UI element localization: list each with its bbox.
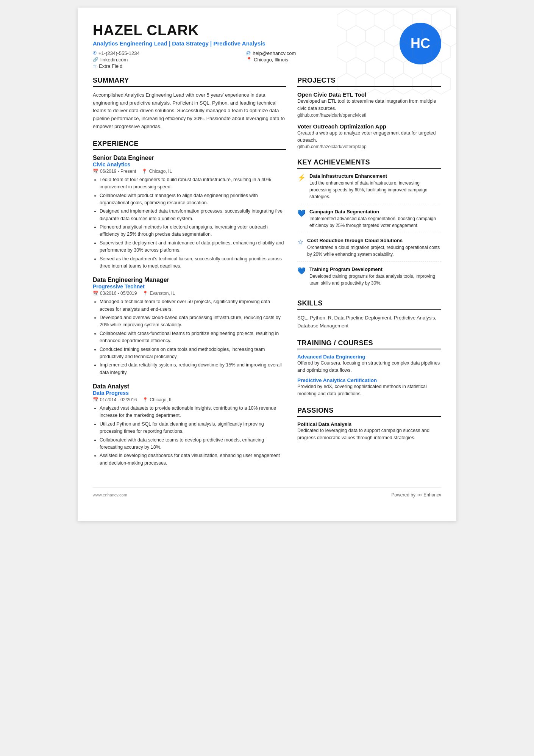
achievement-title: Campaign Data Segmentation [309, 209, 441, 214]
left-column: SUMMARY Accomplished Analytics Engineeri… [93, 77, 286, 476]
achievement-icon: ☆ [297, 238, 303, 258]
achievement-content: Campaign Data Segmentation Implemented a… [309, 209, 441, 229]
bullet-list: Analyzed vast datasets to provide action… [93, 405, 286, 467]
bullet-list: Led a team of four engineers to build ro… [93, 176, 286, 270]
main-content: SUMMARY Accomplished Analytics Engineeri… [93, 77, 441, 476]
bullet-list: Managed a technical team to deliver over… [93, 298, 286, 376]
footer: www.enhancv.com Powered by ∞ Enhancv [93, 487, 441, 498]
email-icon: @ [246, 50, 251, 56]
svg-marker-25 [375, 73, 394, 94]
svg-marker-12 [337, 41, 356, 63]
job-item: Data Engineering Manager Progressive Tec… [93, 277, 286, 376]
course-text: Offered by Coursera, focusing on structu… [297, 360, 441, 374]
passions-heading: PASSIONS [297, 407, 441, 417]
course-item: Advanced Data Engineering Offered by Cou… [297, 354, 441, 374]
job-location: 📍 Chicago, IL [142, 169, 172, 174]
svg-marker-19 [365, 57, 384, 78]
passions-container: Political Data Analysis Dedicated to lev… [297, 421, 441, 441]
project-item: Voter Outreach Optimization App Created … [297, 123, 441, 150]
job-date: 📅 03/2016 - 05/2019 [93, 291, 137, 296]
jobs-container: Senior Data Engineer Civic Analytics 📅 0… [93, 155, 286, 467]
achievement-item: 💙 Campaign Data Segmentation Implemented… [297, 209, 441, 233]
svg-marker-22 [422, 57, 441, 78]
course-item: Predictive Analytics Certification Provi… [297, 377, 441, 398]
summary-text: Accomplished Analytics Engineering Lead … [93, 91, 286, 131]
svg-marker-8 [384, 25, 403, 47]
svg-marker-1 [356, 9, 375, 31]
svg-marker-27 [413, 73, 432, 94]
achievement-text: Implemented advanced data segmentation, … [309, 215, 441, 229]
course-text: Provided by edX, covering sophisticated … [297, 383, 441, 398]
svg-marker-15 [394, 41, 413, 63]
achievement-title: Data Infrastructure Enhancement [309, 173, 441, 179]
job-title: Data Engineering Manager [93, 277, 286, 283]
company-name: Civic Analytics [93, 161, 286, 167]
extra-field-contact: ☆ Extra Field [93, 63, 239, 69]
svg-marker-28 [432, 73, 451, 94]
location-pin-icon: 📍 [142, 397, 148, 402]
achievements-section: KEY ACHIEVEMENTS ⚡ Data Infrastructure E… [297, 158, 441, 290]
brand-name: Enhancv [423, 492, 441, 498]
job-meta: 📅 01/2014 - 02/2016 📍 Chicago, IL [93, 397, 286, 402]
achievement-text: Orchestrated a cloud migration project, … [307, 244, 441, 258]
job-title: Data Analyst [93, 383, 286, 390]
star-icon: ☆ [93, 63, 97, 69]
resume-page: HAZEL CLARK Analytics Engineering Lead |… [78, 8, 456, 521]
job-item: Senior Data Engineer Civic Analytics 📅 0… [93, 155, 286, 270]
job-meta: 📅 06/2019 - Present 📍 Chicago, IL [93, 169, 286, 174]
bullet-item: Implemented data reliability systems, re… [100, 362, 286, 376]
svg-marker-21 [403, 57, 422, 78]
svg-marker-24 [356, 73, 375, 94]
achievement-content: Data Infrastructure Enhancement Led the … [309, 173, 441, 200]
phone-number: +1-(234)-555-1234 [98, 50, 140, 56]
svg-marker-7 [365, 25, 384, 47]
achievements-heading: KEY ACHIEVEMENTS [297, 158, 441, 169]
bullet-item: Developed and oversaw cloud-based data p… [100, 314, 286, 329]
experience-section: EXPERIENCE Senior Data Engineer Civic An… [93, 140, 286, 467]
summary-heading: SUMMARY [93, 77, 286, 87]
bullet-item: Designed and implemented data transforma… [100, 208, 286, 222]
location-icon: 📍 [246, 57, 252, 62]
svg-marker-13 [356, 41, 375, 63]
hex-background [335, 8, 456, 110]
calendar-icon: 📅 [93, 169, 98, 174]
job-location: 📍 Evanston, IL [142, 291, 175, 296]
bullet-item: Conducted training sessions on data tool… [100, 346, 286, 361]
svg-marker-4 [413, 9, 432, 31]
linkedin-url: linkedin.com [100, 57, 128, 63]
achievement-icon: 💙 [297, 209, 306, 229]
email-address: help@enhancv.com [253, 50, 296, 56]
training-section: TRAINING / COURSES Advanced Data Enginee… [297, 339, 441, 398]
location-pin-icon: 📍 [142, 291, 148, 296]
bullet-item: Utilized Python and SQL for data cleanin… [100, 421, 286, 435]
svg-marker-14 [375, 41, 394, 63]
bullet-item: Collaborated with cross-functional teams… [100, 330, 286, 345]
achievements-container: ⚡ Data Infrastructure Enhancement Led th… [297, 173, 441, 290]
footer-website: www.enhancv.com [93, 493, 127, 497]
calendar-icon: 📅 [93, 397, 98, 402]
right-column: PROJECTS Open Civic Data ETL Tool Develo… [297, 77, 441, 476]
passion-title: Political Data Analysis [297, 421, 441, 427]
linkedin-icon: 🔗 [93, 57, 98, 62]
svg-marker-16 [413, 41, 432, 63]
svg-marker-26 [394, 73, 413, 94]
company-name: Progressive Technet [93, 283, 286, 290]
achievement-item: ☆ Cost Reduction through Cloud Solutions… [297, 238, 441, 262]
experience-heading: EXPERIENCE [93, 140, 286, 150]
company-name: Data Progress [93, 390, 286, 396]
achievement-title: Cost Reduction through Cloud Solutions [307, 238, 441, 243]
powered-by-text: Powered by [392, 492, 415, 498]
job-meta: 📅 03/2016 - 05/2019 📍 Evanston, IL [93, 291, 286, 296]
extra-field-text: Extra Field [99, 63, 122, 69]
location-text: Chicago, Illinois [254, 57, 288, 63]
achievement-content: Cost Reduction through Cloud Solutions O… [307, 238, 441, 258]
achievement-item: 💙 Training Program Development Developed… [297, 266, 441, 290]
job-item: Data Analyst Data Progress 📅 01/2014 - 0… [93, 383, 286, 467]
bullet-item: Served as the department's technical lia… [100, 255, 286, 270]
project-text: Created a web app to analyze voter engag… [297, 130, 441, 144]
job-date: 📅 06/2019 - Present [93, 169, 136, 174]
achievement-item: ⚡ Data Infrastructure Enhancement Led th… [297, 173, 441, 204]
footer-logo: Powered by ∞ Enhancv [392, 491, 441, 498]
job-title: Senior Data Engineer [93, 155, 286, 161]
project-link: github.com/hazelclark/voteroptapp [297, 144, 441, 149]
